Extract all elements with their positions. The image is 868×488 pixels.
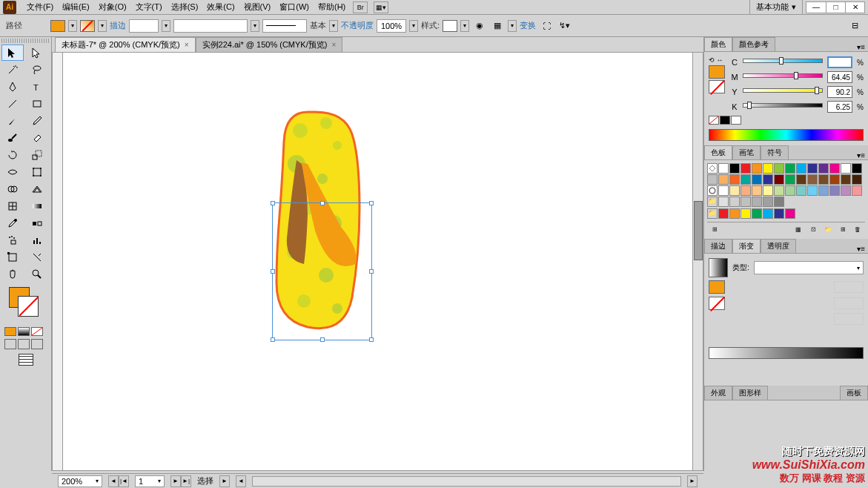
- gradient-tool[interactable]: [26, 198, 48, 214]
- brush-definition[interactable]: [262, 19, 307, 33]
- document-tab-2[interactable]: 实例224.ai* @ 150% (CMYK/预览) ×: [196, 37, 343, 52]
- resize-handle[interactable]: [369, 269, 374, 274]
- swatch-cell[interactable]: [774, 197, 784, 207]
- document-tab-1[interactable]: 未标题-7* @ 200% (CMYK/预览) ×: [55, 37, 196, 52]
- screen-mode[interactable]: [19, 354, 33, 366]
- swatch-cell[interactable]: [785, 163, 795, 174]
- tab-symbols[interactable]: 符号: [761, 145, 789, 159]
- swatch-group[interactable]: 📁: [707, 208, 718, 219]
- swatch-cell[interactable]: [718, 185, 729, 196]
- close-tab-icon[interactable]: ×: [331, 41, 336, 49]
- artboard-tool[interactable]: [1, 249, 24, 266]
- swatch-group[interactable]: 📁: [707, 197, 718, 207]
- magenta-input[interactable]: [827, 71, 852, 83]
- panel-menu-icon[interactable]: ▾≡: [854, 245, 868, 253]
- swatch-cell[interactable]: [718, 208, 729, 219]
- resize-handle[interactable]: [320, 201, 325, 205]
- tab-appearance[interactable]: 外观: [704, 386, 732, 400]
- swatch-cell[interactable]: [841, 163, 851, 174]
- perspective-grid-tool[interactable]: [26, 181, 48, 197]
- stroke-color[interactable]: [18, 296, 39, 317]
- resize-handle[interactable]: [369, 201, 374, 205]
- swatch-cell[interactable]: [774, 163, 784, 174]
- delete-swatch-icon[interactable]: 🗑: [852, 224, 864, 234]
- swatch-cell[interactable]: [718, 163, 729, 174]
- resize-handle[interactable]: [271, 269, 275, 274]
- menu-effect[interactable]: 效果(C): [202, 0, 239, 14]
- swatch-cell[interactable]: [752, 197, 762, 207]
- gradient-angle[interactable]: [834, 281, 864, 293]
- swatch-options-icon[interactable]: ⊡: [807, 224, 819, 234]
- line-tool[interactable]: [1, 96, 24, 112]
- swatch-cell[interactable]: [818, 174, 829, 185]
- scroll-right[interactable]: ►: [687, 475, 698, 487]
- swatch-cell[interactable]: [774, 174, 784, 185]
- swatch-cell[interactable]: [818, 163, 829, 174]
- bridge-button[interactable]: Br: [353, 1, 368, 13]
- tab-swatches[interactable]: 色板: [704, 145, 732, 159]
- swatch-cell[interactable]: [852, 174, 862, 185]
- selection-tool[interactable]: [1, 44, 24, 61]
- hand-tool[interactable]: [1, 266, 24, 283]
- draw-normal[interactable]: [4, 339, 16, 349]
- menu-help[interactable]: 帮助(H): [314, 0, 350, 14]
- cyan-slider[interactable]: [743, 59, 823, 66]
- cyan-input[interactable]: [827, 56, 852, 68]
- close-button[interactable]: ✕: [845, 2, 864, 13]
- mesh-tool[interactable]: [1, 198, 24, 214]
- gradient-fill-swatch[interactable]: [709, 280, 725, 294]
- gradient-ramp[interactable]: [709, 347, 864, 359]
- resize-handle[interactable]: [271, 201, 275, 205]
- fill-dropdown[interactable]: ▾: [68, 20, 77, 32]
- free-transform-tool[interactable]: [26, 164, 48, 180]
- none-mode[interactable]: [31, 327, 43, 336]
- tab-color-guide[interactable]: 颜色参考: [732, 37, 775, 51]
- none-swatch[interactable]: [707, 185, 718, 196]
- swatch-cell[interactable]: [763, 208, 773, 219]
- swatch-cell[interactable]: [774, 185, 784, 196]
- swatch-cell[interactable]: [807, 185, 818, 196]
- swatch-cell[interactable]: [718, 197, 729, 207]
- swatch-cell[interactable]: [841, 174, 851, 185]
- vertical-scrollbar[interactable]: [692, 53, 703, 470]
- black-input[interactable]: [827, 101, 852, 113]
- width-tool[interactable]: [1, 164, 24, 180]
- white-swatch[interactable]: [731, 116, 741, 125]
- resize-handle[interactable]: [320, 337, 325, 342]
- resize-handle[interactable]: [271, 337, 275, 342]
- panel-menu-icon[interactable]: ▾≡: [854, 151, 868, 159]
- style-swatch[interactable]: [443, 20, 457, 32]
- slice-tool[interactable]: [26, 249, 48, 266]
- stroke-weight-input[interactable]: [129, 19, 159, 33]
- eyedropper-tool[interactable]: [1, 215, 24, 231]
- minimize-button[interactable]: —: [806, 2, 826, 13]
- swatch-cell[interactable]: [852, 163, 862, 174]
- swatch-cell[interactable]: [774, 208, 784, 219]
- artboard-number[interactable]: 1: [135, 475, 165, 487]
- magic-wand-tool[interactable]: [1, 62, 24, 78]
- black-slider[interactable]: [743, 103, 823, 111]
- zoom-tool[interactable]: [26, 266, 48, 283]
- isolate-icon[interactable]: ⛶: [539, 19, 554, 33]
- pen-tool[interactable]: [1, 79, 24, 95]
- close-tab-icon[interactable]: ×: [185, 41, 189, 49]
- swatch-library-icon[interactable]: ⊞: [709, 224, 720, 234]
- rotate-tool[interactable]: [1, 147, 24, 163]
- draw-inside[interactable]: [31, 339, 43, 349]
- prev-artboard[interactable]: ◄: [108, 475, 119, 487]
- scrollbar-thumb[interactable]: [694, 201, 703, 260]
- swatch-cell[interactable]: [763, 185, 773, 196]
- selection-bounding-box[interactable]: [272, 202, 372, 340]
- swatch-cell[interactable]: [741, 174, 751, 185]
- lasso-tool[interactable]: [26, 62, 48, 78]
- swatch-cell[interactable]: [829, 163, 840, 174]
- swatch-cell[interactable]: [752, 163, 762, 174]
- magenta-slider[interactable]: [743, 73, 823, 81]
- horizontal-scrollbar[interactable]: [252, 476, 681, 487]
- swatch-cell[interactable]: [852, 185, 862, 196]
- variable-width-profile[interactable]: [173, 19, 248, 33]
- swatch-cell[interactable]: [763, 197, 773, 207]
- paintbrush-tool[interactable]: [1, 113, 24, 129]
- swatch-cell[interactable]: [841, 185, 851, 196]
- scroll-left[interactable]: ◄: [236, 475, 246, 487]
